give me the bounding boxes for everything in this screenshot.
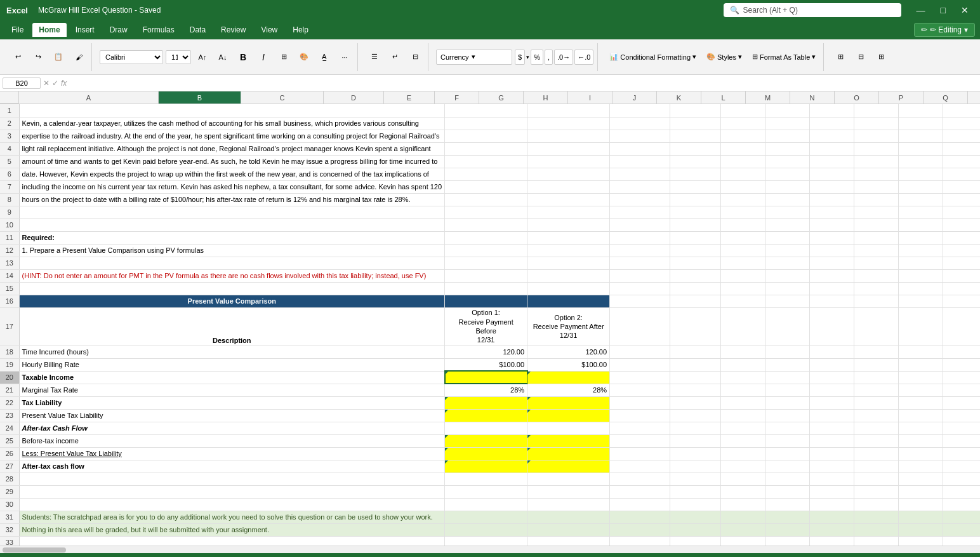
cell-g4[interactable]: [765, 142, 810, 155]
cell-i5[interactable]: [854, 155, 899, 168]
cell-f27[interactable]: [721, 460, 765, 473]
cell-a1[interactable]: [19, 104, 445, 117]
menu-review[interactable]: Review: [215, 23, 252, 37]
cell-i25[interactable]: [854, 434, 899, 447]
cell-d1[interactable]: [610, 104, 670, 117]
cell-e13[interactable]: [670, 257, 721, 269]
cell-c9[interactable]: [527, 206, 610, 218]
cell-c33[interactable]: [527, 536, 610, 546]
cell-e24[interactable]: [670, 422, 721, 434]
cell-g33[interactable]: [765, 536, 810, 546]
cell-d16[interactable]: [610, 295, 670, 307]
col-header-r[interactable]: R: [968, 91, 980, 104]
cell-h6[interactable]: [810, 168, 854, 180]
cell-f14[interactable]: [721, 269, 765, 282]
cell-d9[interactable]: [610, 206, 670, 218]
cell-d12[interactable]: [610, 244, 670, 257]
cell-d11[interactable]: [610, 231, 670, 244]
comma-button[interactable]: ,: [545, 50, 553, 65]
cell-a12[interactable]: 1. Prepare a Present Value Comparison us…: [19, 244, 445, 257]
cell-k20[interactable]: [943, 371, 980, 384]
scrollbar-thumb[interactable]: [3, 547, 66, 553]
cell-f31[interactable]: [721, 511, 765, 523]
cell-b3[interactable]: [445, 130, 527, 142]
cell-g29[interactable]: [765, 485, 810, 498]
cell-g27[interactable]: [765, 460, 810, 473]
cell-i16[interactable]: [854, 295, 899, 307]
cell-c19[interactable]: $100.00: [527, 358, 610, 371]
cell-b22[interactable]: [445, 396, 527, 409]
cell-j17[interactable]: [899, 307, 943, 346]
cell-h14[interactable]: [810, 269, 854, 282]
cell-j3[interactable]: [899, 130, 943, 142]
format-as-table-button[interactable]: ⊞ Format As Table ▾: [748, 51, 819, 63]
cell-f16[interactable]: [721, 295, 765, 307]
cell-f1[interactable]: [721, 104, 765, 117]
cell-f8[interactable]: [721, 193, 765, 206]
cell-e29[interactable]: [670, 485, 721, 498]
cell-d27[interactable]: [610, 460, 670, 473]
cell-b13[interactable]: [445, 257, 527, 269]
col-header-g[interactable]: G: [479, 91, 524, 104]
cell-a7[interactable]: including the income on his current year…: [19, 180, 445, 193]
cell-e4[interactable]: [670, 142, 721, 155]
cell-i22[interactable]: [854, 396, 899, 409]
col-header-f[interactable]: F: [435, 91, 479, 104]
cell-a16[interactable]: Present Value Comparison: [19, 295, 445, 307]
cell-g9[interactable]: [765, 206, 810, 218]
cell-g2[interactable]: [765, 117, 810, 130]
cell-e26[interactable]: [670, 447, 721, 460]
cell-e20[interactable]: [670, 371, 721, 384]
menu-file[interactable]: File: [5, 23, 30, 37]
cell-g19[interactable]: [765, 358, 810, 371]
cell-g30[interactable]: [765, 498, 810, 511]
formula-input[interactable]: [69, 77, 977, 89]
cell-c17[interactable]: Option 2:Receive Payment After12/31: [527, 307, 610, 346]
cell-j8[interactable]: [899, 193, 943, 206]
cell-e8[interactable]: [670, 193, 721, 206]
cell-a5[interactable]: amount of time and wants to get Kevin pa…: [19, 155, 445, 168]
cell-a13[interactable]: [19, 257, 445, 269]
cell-d18[interactable]: [610, 346, 670, 358]
cell-f12[interactable]: [721, 244, 765, 257]
cell-e2[interactable]: [670, 117, 721, 130]
cell-f5[interactable]: [721, 155, 765, 168]
cell-e28[interactable]: [670, 473, 721, 485]
cell-a15[interactable]: [19, 282, 445, 295]
cell-c23[interactable]: [527, 409, 610, 422]
cell-j14[interactable]: [899, 269, 943, 282]
cell-i14[interactable]: [854, 269, 899, 282]
percent-button[interactable]: %: [531, 50, 543, 65]
cell-g31[interactable]: [765, 511, 810, 523]
cell-f23[interactable]: [721, 409, 765, 422]
cell-c6[interactable]: [527, 168, 610, 180]
col-header-m[interactable]: M: [746, 91, 790, 104]
cell-g22[interactable]: [765, 396, 810, 409]
cell-e32[interactable]: [670, 523, 721, 536]
cell-i2[interactable]: [854, 117, 899, 130]
cell-e18[interactable]: [670, 346, 721, 358]
cell-d22[interactable]: [610, 396, 670, 409]
cell-i33[interactable]: [854, 536, 899, 546]
cell-g17[interactable]: [765, 307, 810, 346]
cell-f25[interactable]: [721, 434, 765, 447]
cell-j15[interactable]: [899, 282, 943, 295]
cell-e6[interactable]: [670, 168, 721, 180]
cell-i21[interactable]: [854, 384, 899, 396]
cell-j16[interactable]: [899, 295, 943, 307]
cell-j5[interactable]: [899, 155, 943, 168]
cell-k25[interactable]: [943, 434, 980, 447]
col-header-h[interactable]: H: [524, 91, 568, 104]
col-header-n[interactable]: N: [790, 91, 835, 104]
col-header-b[interactable]: B: [159, 91, 241, 104]
cell-h27[interactable]: [810, 460, 854, 473]
cell-h31[interactable]: [810, 511, 854, 523]
font-size-select[interactable]: 11: [166, 50, 191, 64]
cell-c16[interactable]: [527, 295, 610, 307]
cell-k14[interactable]: [943, 269, 980, 282]
cell-k32[interactable]: [943, 523, 980, 536]
cell-g16[interactable]: [765, 295, 810, 307]
cell-e12[interactable]: [670, 244, 721, 257]
cell-a24[interactable]: After-tax Cash Flow: [19, 422, 445, 434]
cell-f9[interactable]: [721, 206, 765, 218]
